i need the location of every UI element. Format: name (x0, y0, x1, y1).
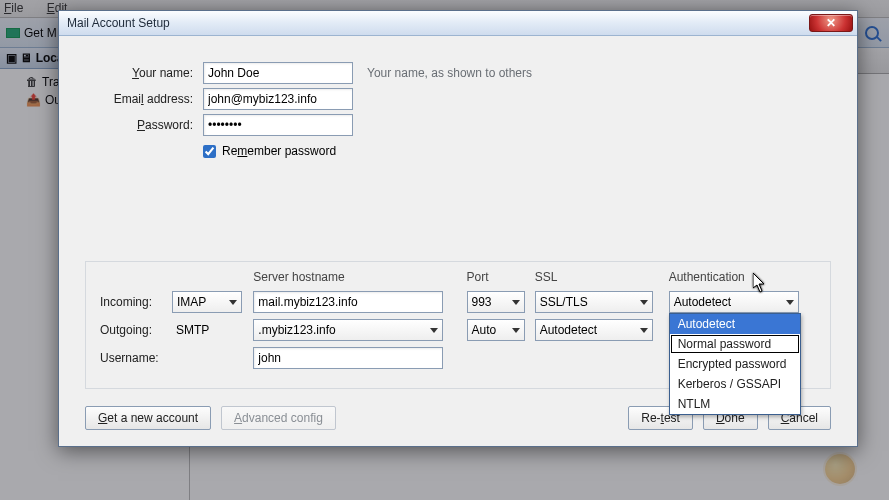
outgoing-protocol-text: SMTP (172, 323, 209, 337)
outgoing-port-select[interactable]: Auto (467, 319, 525, 341)
incoming-hostname-input[interactable] (253, 291, 443, 313)
auth-option-encrypted-password[interactable]: Encrypted password (670, 354, 800, 374)
chevron-down-icon (512, 328, 520, 333)
remember-password-checkbox[interactable] (203, 145, 216, 158)
chevron-down-icon (229, 300, 237, 305)
col-header-port: Port (467, 270, 535, 288)
col-header-server: Server hostname (253, 270, 466, 288)
get-new-account-button[interactable]: Get a new account (85, 406, 211, 430)
col-header-auth: Authentication (669, 270, 816, 288)
incoming-label: Incoming: (100, 288, 172, 316)
incoming-ssl-select[interactable]: SSL/TLS (535, 291, 653, 313)
chevron-down-icon (640, 300, 648, 305)
outgoing-hostname-select[interactable]: .mybiz123.info (253, 319, 443, 341)
chevron-down-icon (786, 300, 794, 305)
incoming-protocol-select[interactable]: IMAP (172, 291, 242, 313)
incoming-port-select[interactable]: 993 (467, 291, 525, 313)
server-settings-panel: Server hostname Port SSL Authentication … (85, 261, 831, 389)
outgoing-ssl-select[interactable]: Autodetect (535, 319, 653, 341)
dialog-titlebar[interactable]: Mail Account Setup ✕ (59, 11, 857, 36)
auth-option-normal-password[interactable]: Normal password (671, 335, 799, 353)
auth-dropdown-menu: Autodetect Normal password Encrypted pas… (669, 313, 801, 415)
remember-password-label: Remember password (222, 144, 336, 158)
email-label: Email address: (85, 92, 203, 106)
chevron-down-icon (640, 328, 648, 333)
password-input[interactable] (203, 114, 353, 136)
your-name-input[interactable] (203, 62, 353, 84)
username-label: Username: (100, 344, 172, 372)
close-icon: ✕ (826, 16, 836, 30)
dialog-title: Mail Account Setup (67, 16, 170, 30)
incoming-auth-select[interactable]: Autodetect (669, 291, 799, 313)
mail-account-setup-dialog: Mail Account Setup ✕ Your name: Your nam… (58, 10, 858, 447)
outgoing-label: Outgoing: (100, 316, 172, 344)
your-name-hint: Your name, as shown to others (367, 66, 532, 80)
chevron-down-icon (430, 328, 438, 333)
auth-option-ntlm[interactable]: NTLM (670, 394, 800, 414)
auth-option-autodetect[interactable]: Autodetect (670, 314, 800, 334)
auth-option-kerberos[interactable]: Kerberos / GSSAPI (670, 374, 800, 394)
username-input[interactable] (253, 347, 443, 369)
chevron-down-icon (512, 300, 520, 305)
email-input[interactable] (203, 88, 353, 110)
col-header-ssl: SSL (535, 270, 669, 288)
advanced-config-button[interactable]: Advanced config (221, 406, 336, 430)
password-label: Password: (85, 118, 203, 132)
your-name-label: Your name: (85, 66, 203, 80)
close-button[interactable]: ✕ (809, 14, 853, 32)
